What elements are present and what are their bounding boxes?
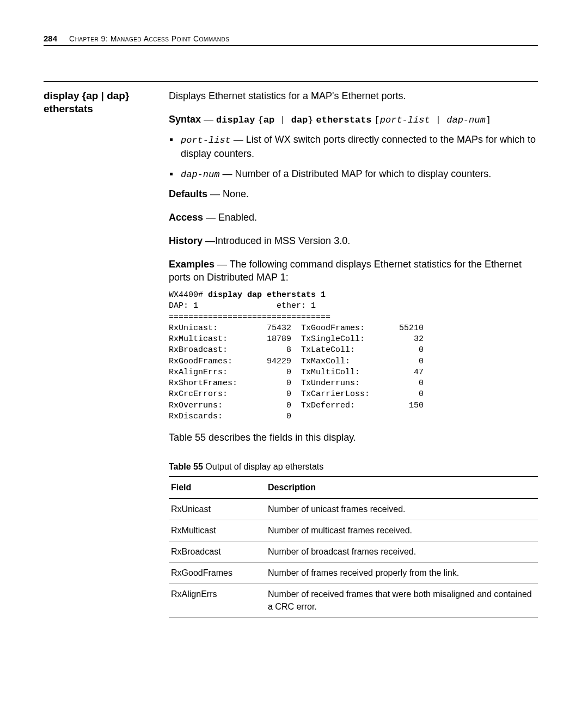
desc-cell: Number of received frames that were both… — [266, 584, 538, 617]
examples-label: Examples — [169, 259, 215, 270]
desc-cell: Number of broadcast frames received. — [266, 541, 538, 563]
syntax-brace-close: } — [308, 115, 313, 125]
output-table: Field Description RxUnicast Number of un… — [169, 476, 538, 618]
table-note: Table 55 describes the fields in this di… — [169, 431, 538, 445]
list-item: dap-num — Number of a Distributed MAP fo… — [181, 167, 538, 181]
command-title-line1: display {ap | dap} — [44, 90, 129, 101]
chapter-title: Chapter 9: Managed Access Point Commands — [69, 34, 229, 43]
syntax-etherstats: etherstats — [316, 115, 372, 125]
table-row: RxMulticast Number of multicast frames r… — [169, 520, 538, 541]
syntax-dap: dap — [291, 115, 308, 125]
syntax-ap: ap — [264, 115, 274, 125]
arg-text: — Number of a Distributed MAP for which … — [219, 168, 491, 179]
syntax-display: display — [216, 115, 255, 125]
running-header: 284 Chapter 9: Managed Access Point Comm… — [44, 34, 538, 43]
table-header-row: Field Description — [169, 477, 538, 498]
syntax-portlist: port-list — [380, 115, 430, 125]
header-rule — [44, 45, 538, 46]
table-title: Table 55 Output of display ap etherstats — [169, 461, 538, 473]
syntax-bracket-open: [ — [375, 115, 380, 125]
table-number: Table 55 — [169, 462, 203, 471]
page: 284 Chapter 9: Managed Access Point Comm… — [0, 0, 588, 640]
examples-line: Examples — The following command display… — [169, 258, 538, 285]
table-row: RxAlignErrs Number of received frames th… — [169, 584, 538, 617]
desc-cell: Number of frames received properly from … — [266, 563, 538, 584]
em-dash: — — [204, 114, 216, 125]
command-title: display {ap | dap} etherstats — [44, 89, 158, 115]
command-title-line2: etherstats — [44, 103, 93, 114]
terminal-output: WX4400# display dap etherstats 1 DAP: 1 … — [169, 290, 538, 422]
table-row: RxUnicast Number of unicast frames recei… — [169, 498, 538, 520]
field-cell: RxAlignErrs — [169, 584, 266, 617]
history-value: —Introduced in MSS Version 3.0. — [203, 235, 350, 246]
arg-code: dap-num — [181, 169, 219, 180]
field-cell: RxBroadcast — [169, 541, 266, 563]
list-item: port-list — List of WX switch ports dire… — [181, 133, 538, 160]
syntax-bracket-close: ] — [486, 115, 491, 125]
access-value: — Enabled. — [203, 212, 257, 223]
field-cell: RxMulticast — [169, 520, 266, 541]
defaults-label: Defaults — [169, 188, 207, 199]
defaults-value: — None. — [207, 188, 249, 199]
history-label: History — [169, 235, 203, 246]
syntax-pipe2: | — [430, 115, 447, 125]
page-number: 284 — [44, 34, 57, 43]
table-caption: Output of display ap etherstats — [203, 462, 323, 471]
syntax-line: Syntax — display {ap | dap} etherstats [… — [169, 113, 538, 126]
table-header-field: Field — [169, 477, 266, 498]
argument-list: port-list — List of WX switch ports dire… — [169, 133, 538, 181]
table-header-desc: Description — [266, 477, 538, 498]
field-cell: RxUnicast — [169, 498, 266, 520]
description: Displays Ethernet statistics for a MAP's… — [169, 89, 538, 103]
access-label: Access — [169, 212, 203, 223]
table-row: RxGoodFrames Number of frames received p… — [169, 563, 538, 584]
arg-code: port-list — [181, 135, 231, 145]
syntax-label: Syntax — [169, 114, 201, 125]
content-area: display {ap | dap} etherstats Displays E… — [44, 81, 538, 618]
field-cell: RxGoodFrames — [169, 563, 266, 584]
syntax-dapnum: dap-num — [446, 115, 485, 125]
main-column: Displays Ethernet statistics for a MAP's… — [169, 89, 538, 618]
syntax-brace-open: { — [258, 115, 264, 125]
desc-cell: Number of unicast frames received. — [266, 498, 538, 520]
history-line: History —Introduced in MSS Version 3.0. — [169, 234, 538, 248]
syntax-pipe: | — [274, 115, 291, 125]
desc-cell: Number of multicast frames received. — [266, 520, 538, 541]
examples-text: — The following command displays Etherne… — [169, 259, 522, 283]
defaults-line: Defaults — None. — [169, 187, 538, 201]
table-row: RxBroadcast Number of broadcast frames r… — [169, 541, 538, 563]
access-line: Access — Enabled. — [169, 211, 538, 224]
arg-text: — List of WX switch ports directly conne… — [181, 134, 536, 159]
sidebar: display {ap | dap} etherstats — [44, 89, 169, 618]
